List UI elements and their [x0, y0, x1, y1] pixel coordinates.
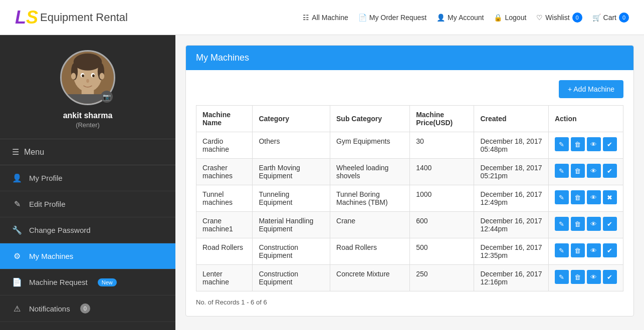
svg-point-13: [100, 73, 104, 80]
table-row: Tunnel machinesTunneling EquipmentTunnel…: [196, 185, 623, 212]
panel-title: My Machines: [186, 46, 633, 70]
cell-4: December 16, 2017 12:35pm: [474, 238, 548, 265]
edit-button[interactable]: ✎: [555, 164, 569, 178]
view-button[interactable]: 👁: [587, 137, 601, 151]
table-row: Cardio machineOthersGym Equipments30Dece…: [196, 132, 623, 159]
cell-4: December 18, 2017 05:48pm: [474, 132, 548, 159]
view-button[interactable]: 👁: [587, 164, 601, 178]
svg-point-11: [86, 79, 89, 83]
file-icon: 📄: [358, 14, 367, 22]
cell-4: December 16, 2017 12:44pm: [474, 212, 548, 238]
delete-button[interactable]: 🗑: [571, 243, 585, 257]
sidebar-item-my-profile[interactable]: 👤 My Profile: [0, 165, 175, 191]
lock-icon: 🔒: [494, 14, 502, 22]
camera-icon[interactable]: 📷: [101, 91, 113, 103]
check-button[interactable]: ✔: [603, 270, 617, 284]
cog-icon: ⚙: [12, 251, 22, 261]
delete-button[interactable]: 🗑: [571, 164, 585, 178]
col-action: Action: [548, 106, 623, 132]
svg-point-9: [82, 74, 84, 77]
file-icon: 📄: [12, 277, 22, 287]
cart-icon: 🛒: [592, 14, 601, 22]
nav-my-account[interactable]: 👤 My Account: [437, 14, 484, 22]
heart-icon: ♡: [536, 14, 543, 22]
action-cell: ✎🗑👁✔: [548, 212, 623, 238]
cancel-button[interactable]: ✖: [603, 190, 617, 204]
table-head: Machine Name Category Sub Category Machi…: [196, 106, 623, 132]
col-price: Machine Price(USD): [410, 106, 474, 132]
layout: 📷 ankit sharma (Renter) ☰ Menu 👤 My Prof…: [0, 35, 644, 330]
action-cell: ✎🗑👁✔: [548, 132, 623, 159]
table-body: Cardio machineOthersGym Equipments30Dece…: [196, 132, 623, 291]
cell-3: 250: [410, 265, 474, 291]
sidebar-profile: 📷 ankit sharma (Renter): [0, 35, 175, 139]
delete-button[interactable]: 🗑: [571, 137, 585, 151]
cell-3: 500: [410, 238, 474, 265]
view-button[interactable]: 👁: [587, 270, 601, 284]
main-nav: ☷ All Machine 📄 My Order Request 👤 My Ac…: [303, 13, 629, 23]
menu-header: ☰ Menu: [0, 139, 175, 165]
logo[interactable]: LS Equipment Rental: [15, 7, 128, 28]
cell-2: Crane: [330, 212, 410, 238]
edit-button[interactable]: ✎: [555, 217, 569, 231]
col-sub-category: Sub Category: [330, 106, 410, 132]
nav-logout[interactable]: 🔒 Logout: [494, 14, 526, 22]
table-row: Lenter machineConstruction EquipmentConc…: [196, 265, 623, 291]
sidebar-item-change-password[interactable]: 🔧 Change Password: [0, 217, 175, 243]
delete-button[interactable]: 🗑: [571, 217, 585, 231]
sidebar-role: (Renter): [76, 121, 100, 129]
sidebar-item-machine-request[interactable]: 📄 Machine Request New: [0, 269, 175, 295]
grid-icon: ☷: [303, 14, 309, 22]
logo-initials: LS: [15, 7, 38, 28]
pencil-icon: ✎: [12, 199, 22, 209]
table-row: Road RollersConstruction EquipmentRoad R…: [196, 238, 623, 265]
cell-0: Cardio machine: [196, 132, 253, 159]
sidebar-item-my-machines[interactable]: ⚙ My Machines: [0, 243, 175, 269]
exclamation-icon: ⚠: [12, 304, 22, 313]
wishlist-badge: 0: [572, 13, 582, 23]
edit-button[interactable]: ✎: [555, 190, 569, 204]
user-icon: 👤: [437, 14, 445, 22]
check-button[interactable]: ✔: [603, 243, 617, 257]
delete-button[interactable]: 🗑: [571, 270, 585, 284]
sidebar-item-edit-profile[interactable]: ✎ Edit Profile: [0, 191, 175, 217]
nav-order-request[interactable]: 📄 My Order Request: [358, 14, 426, 22]
nav-all-machine[interactable]: ☷ All Machine: [303, 14, 348, 22]
cell-4: December 16, 2017 12:16pm: [474, 265, 548, 291]
action-cell: ✎🗑👁✔: [548, 159, 623, 185]
cell-0: Crasher machines: [196, 159, 253, 185]
action-cell: ✎🗑👁✔: [548, 265, 623, 291]
view-button[interactable]: 👁: [587, 243, 601, 257]
view-button[interactable]: 👁: [587, 217, 601, 231]
col-created: Created: [474, 106, 548, 132]
avatar-container: 📷: [60, 50, 115, 105]
cart-badge: 0: [619, 13, 629, 23]
header: LS Equipment Rental ☷ All Machine 📄 My O…: [0, 0, 644, 35]
sidebar-username: ankit sharma: [63, 111, 113, 120]
delete-button[interactable]: 🗑: [571, 190, 585, 204]
cell-3: 30: [410, 132, 474, 159]
action-cell: ✎🗑👁✔: [548, 238, 623, 265]
edit-button[interactable]: ✎: [555, 243, 569, 257]
col-machine-name: Machine Name: [196, 106, 253, 132]
svg-point-12: [71, 73, 76, 80]
check-button[interactable]: ✔: [603, 137, 617, 151]
wrench-icon: 🔧: [12, 225, 22, 235]
table-header-row: Machine Name Category Sub Category Machi…: [196, 106, 623, 132]
edit-button[interactable]: ✎: [555, 270, 569, 284]
edit-button[interactable]: ✎: [555, 137, 569, 151]
cell-2: Tunnel Boring Machines (TBM): [330, 185, 410, 212]
records-info: No. of Records 1 - 6 of 6: [196, 298, 623, 306]
check-button[interactable]: ✔: [603, 164, 617, 178]
nav-cart[interactable]: 🛒 Cart 0: [592, 13, 629, 23]
sidebar-item-notifications[interactable]: ⚠ Notifications 0: [0, 295, 175, 322]
check-button[interactable]: ✔: [603, 217, 617, 231]
view-button[interactable]: 👁: [587, 190, 601, 204]
action-cell: ✎🗑👁✖: [548, 185, 623, 212]
logo-s: S: [26, 7, 38, 28]
add-machine-button[interactable]: + Add Machine: [559, 80, 623, 98]
svg-point-4: [74, 54, 102, 71]
cell-1: Tunneling Equipment: [253, 185, 330, 212]
svg-point-10: [92, 74, 95, 77]
nav-wishlist[interactable]: ♡ Wishlist 0: [536, 13, 582, 23]
